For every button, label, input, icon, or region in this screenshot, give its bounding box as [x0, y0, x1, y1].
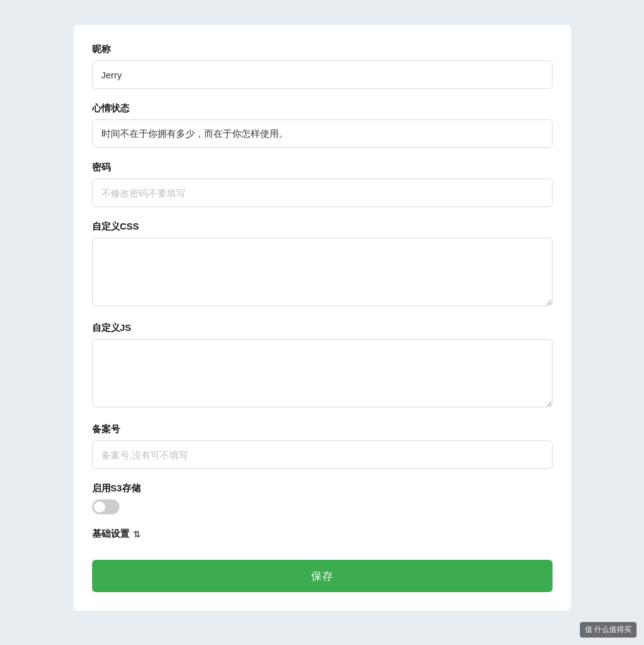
password-group: 密码	[92, 162, 553, 207]
s3-toggle[interactable]	[92, 499, 119, 514]
custom-css-label: 自定义CSS	[92, 221, 553, 233]
password-input[interactable]	[92, 179, 553, 207]
custom-js-label: 自定义JS	[92, 322, 553, 334]
beian-group: 备案号	[92, 424, 553, 469]
toggle-slider	[92, 499, 119, 514]
nickname-label: 昵称	[92, 44, 553, 55]
chevron-icon: ⇅	[133, 529, 141, 539]
basic-settings-label: 基础设置	[92, 528, 129, 540]
password-label: 密码	[92, 162, 553, 174]
custom-js-input[interactable]	[92, 339, 553, 407]
nickname-input[interactable]	[92, 60, 553, 89]
s3-label: 启用S3存储	[92, 483, 553, 494]
page-container: 昵称 心情状态 密码 自定义CSS 自定义JS 备案号	[0, 12, 644, 645]
save-button[interactable]: 保存	[92, 560, 553, 592]
mood-group: 心情状态	[92, 103, 553, 148]
nickname-group: 昵称	[92, 44, 553, 89]
s3-group: 启用S3存储	[92, 483, 553, 514]
form-card: 昵称 心情状态 密码 自定义CSS 自定义JS 备案号	[73, 25, 571, 611]
s3-toggle-wrapper	[92, 499, 553, 514]
mood-label: 心情状态	[92, 103, 553, 114]
custom-css-group: 自定义CSS	[92, 221, 553, 309]
beian-input[interactable]	[92, 440, 553, 469]
mood-input[interactable]	[92, 119, 553, 148]
custom-js-group: 自定义JS	[92, 322, 553, 410]
basic-settings-group: 基础设置 ⇅	[92, 528, 553, 540]
basic-settings-title[interactable]: 基础设置 ⇅	[92, 528, 553, 540]
beian-label: 备案号	[92, 424, 553, 435]
custom-css-input[interactable]	[92, 238, 553, 306]
